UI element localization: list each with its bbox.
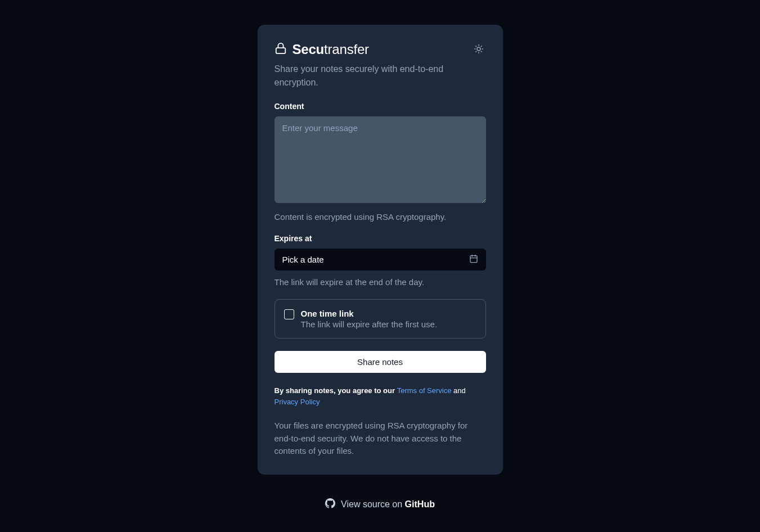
subtitle: Share your notes securely with end-to-en…: [275, 62, 486, 89]
github-text: View source on GitHub: [341, 499, 435, 510]
svg-line-9: [481, 46, 482, 47]
main-card: Secutransfer Share your notes securely w…: [258, 25, 503, 475]
brand-name-rest: transfer: [324, 42, 369, 57]
github-bold: GitHub: [405, 499, 435, 509]
brand-title: Secutransfer: [293, 42, 369, 57]
svg-line-4: [475, 46, 476, 47]
github-prefix: View source on: [341, 499, 405, 509]
privacy-link[interactable]: Privacy Policy: [275, 398, 320, 406]
sun-icon: [474, 44, 484, 56]
theme-toggle-button[interactable]: [471, 42, 486, 58]
svg-line-5: [481, 51, 482, 52]
svg-rect-10: [470, 256, 477, 263]
onetime-title: One time link: [301, 309, 438, 318]
legal-and: and: [451, 386, 465, 395]
svg-line-8: [475, 51, 476, 52]
expires-group: Expires at Pick a date The link will exp…: [275, 234, 486, 287]
svg-rect-0: [276, 48, 285, 53]
github-link[interactable]: View source on GitHub: [325, 498, 435, 511]
date-picker-button[interactable]: Pick a date: [275, 249, 486, 270]
expires-help: The link will expire at the end of the d…: [275, 277, 486, 287]
content-label: Content: [275, 102, 486, 111]
card-header: Secutransfer: [275, 42, 486, 58]
github-icon: [325, 498, 335, 511]
onetime-desc: The link will expire after the first use…: [301, 319, 438, 329]
content-group: Content Content is encrypted using RSA c…: [275, 102, 486, 222]
terms-link[interactable]: Terms of Service: [397, 386, 452, 395]
legal-prefix: By sharing notes, you agree to our: [275, 386, 397, 395]
date-picker-placeholder: Pick a date: [282, 255, 324, 264]
expires-label: Expires at: [275, 234, 486, 243]
onetime-card: One time link The link will expire after…: [275, 299, 486, 339]
svg-point-1: [477, 47, 480, 51]
content-textarea[interactable]: [275, 116, 486, 203]
calendar-icon: [469, 254, 478, 265]
brand: Secutransfer: [275, 42, 369, 57]
share-notes-button[interactable]: Share notes: [275, 351, 486, 373]
lock-icon: [275, 42, 287, 57]
footer-note: Your files are encrypted using RSA crypt…: [275, 420, 486, 458]
legal-text: By sharing notes, you agree to our Terms…: [275, 385, 486, 407]
brand-name-bold: Secu: [293, 42, 325, 57]
onetime-checkbox[interactable]: [284, 309, 294, 319]
onetime-content: One time link The link will expire after…: [301, 309, 438, 329]
content-help: Content is encrypted using RSA cryptogra…: [275, 212, 486, 222]
